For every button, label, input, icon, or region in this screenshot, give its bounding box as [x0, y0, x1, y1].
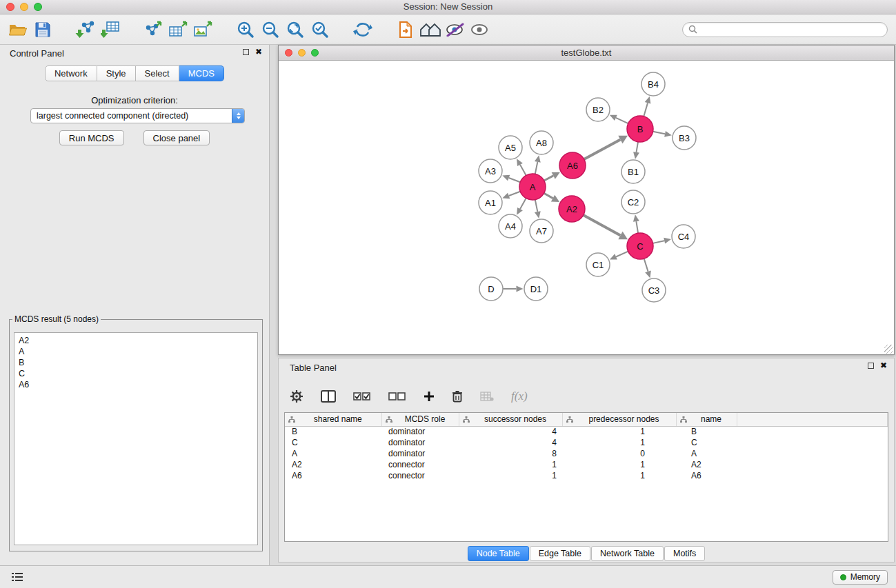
graph-edge-A-A5[interactable] — [520, 165, 526, 176]
graph-edge-A-A6[interactable] — [544, 176, 553, 181]
run-mcds-button[interactable]: Run MCDS — [59, 130, 124, 145]
memory-button[interactable]: Memory — [833, 570, 888, 585]
graph-node-A1[interactable]: A1 — [479, 191, 502, 214]
zoom-window-button[interactable] — [34, 3, 42, 11]
close-window-button[interactable] — [6, 3, 14, 11]
graph-node-A7[interactable]: A7 — [530, 219, 553, 243]
export-image-button[interactable] — [190, 17, 215, 42]
export-table-button[interactable] — [166, 17, 190, 42]
function-builder-button[interactable]: f(x) — [511, 389, 528, 403]
graph-edge-B-B1[interactable] — [637, 142, 638, 152]
zoom-in-button[interactable] — [233, 17, 258, 42]
tab-select[interactable]: Select — [136, 65, 179, 81]
open-session-button[interactable] — [6, 17, 30, 42]
column-header-predecessor-nodes[interactable]: predecessor nodes — [562, 413, 676, 426]
close-panel-icon[interactable]: ✖ — [255, 48, 262, 55]
show-columns-button[interactable] — [321, 390, 336, 403]
search-input[interactable] — [701, 25, 882, 34]
graph-node-D1[interactable]: D1 — [524, 277, 548, 301]
import-table-button[interactable] — [98, 17, 123, 42]
graph-node-A6[interactable]: A6 — [559, 152, 586, 179]
network-minimize-button[interactable] — [298, 49, 306, 57]
deselect-all-rows-button[interactable] — [388, 392, 406, 401]
mcds-result-list[interactable]: A2ABCA6 — [14, 332, 258, 545]
graph-edge-A-A7[interactable] — [535, 200, 538, 212]
apply-style-button[interactable] — [443, 17, 468, 42]
table-row[interactable]: Adominator80A — [285, 448, 888, 459]
resize-grip[interactable] — [884, 345, 893, 354]
float-table-panel-icon[interactable] — [868, 363, 874, 369]
node-table-container[interactable]: shared nameMCDS rolesuccessor nodesprede… — [284, 412, 888, 542]
table-row[interactable]: A6connector11A6 — [285, 470, 888, 481]
graph-node-C4[interactable]: C4 — [672, 225, 695, 248]
column-header-name[interactable]: name — [676, 413, 737, 426]
minimize-window-button[interactable] — [20, 3, 28, 11]
mcds-result-item[interactable]: A — [19, 346, 253, 357]
tab-network-table[interactable]: Network Table — [591, 546, 664, 561]
mcds-result-item[interactable]: A2 — [19, 335, 253, 346]
tab-edge-table[interactable]: Edge Table — [530, 546, 590, 561]
graph-node-A5[interactable]: A5 — [499, 136, 522, 159]
tab-motifs[interactable]: Motifs — [664, 546, 705, 561]
graph-node-A4[interactable]: A4 — [499, 214, 522, 238]
graph-node-A3[interactable]: A3 — [479, 159, 502, 183]
column-header-mcds-role[interactable]: MCDS role — [381, 413, 459, 426]
open-document-button[interactable] — [393, 17, 418, 42]
table-row[interactable]: Cdominator41C — [285, 437, 888, 448]
graph-edge-C-C1[interactable] — [616, 252, 628, 257]
column-header-successor-nodes[interactable]: successor nodes — [459, 413, 562, 426]
network-window-titlebar[interactable]: testGlobe.txt — [279, 45, 894, 61]
export-network-button[interactable] — [141, 17, 166, 42]
graph-edge-C-C2[interactable] — [636, 221, 638, 233]
mcds-result-item[interactable]: C — [19, 368, 253, 379]
delete-column-button[interactable] — [452, 390, 463, 403]
graph-edge-A-A8[interactable] — [535, 162, 538, 174]
tab-mcds[interactable]: MCDS — [179, 65, 224, 81]
save-session-button[interactable] — [30, 17, 55, 42]
graph-node-A8[interactable]: A8 — [530, 131, 553, 154]
import-network-button[interactable] — [73, 17, 98, 42]
graph-edge-B-B2[interactable] — [616, 118, 628, 123]
float-panel-icon[interactable] — [243, 49, 249, 55]
graph-node-B[interactable]: B — [627, 116, 653, 142]
graph-edge-A-A4[interactable] — [520, 199, 526, 210]
graph-edge-C-C3[interactable] — [644, 258, 648, 272]
tab-network[interactable]: Network — [45, 65, 97, 81]
refresh-button[interactable] — [350, 17, 375, 42]
graph-node-B3[interactable]: B3 — [673, 126, 696, 150]
show-panels-button[interactable] — [8, 570, 26, 584]
zoom-selected-button[interactable] — [308, 17, 332, 42]
graph-node-B2[interactable]: B2 — [586, 98, 610, 121]
table-row[interactable]: Bdominator41B — [285, 426, 888, 437]
graph-edge-A-A3[interactable] — [509, 178, 521, 182]
close-table-panel-icon[interactable]: ✖ — [880, 362, 887, 369]
column-header-shared-name[interactable]: shared name — [285, 413, 381, 426]
zoom-fit-button[interactable] — [283, 17, 308, 42]
graph-edge-B-B3[interactable] — [653, 132, 665, 134]
graph-edge-B-B4[interactable] — [644, 103, 648, 116]
search-field[interactable] — [682, 22, 888, 37]
show-hide-button[interactable] — [468, 17, 492, 42]
graph-node-C3[interactable]: C3 — [642, 278, 666, 302]
graph-node-C[interactable]: C — [627, 233, 653, 259]
mcds-result-item[interactable]: B — [19, 357, 253, 368]
network-canvas[interactable]: B4B2BB3A8A5A6A3B1AA1C2A2A4A7C4CC1C3DD1 — [279, 61, 893, 354]
graph-node-C1[interactable]: C1 — [586, 253, 610, 276]
network-zoom-button[interactable] — [311, 49, 319, 57]
tab-style[interactable]: Style — [97, 65, 136, 81]
table-row[interactable]: A2connector11A2 — [285, 459, 888, 470]
graph-edge-A2-C[interactable] — [584, 215, 621, 235]
mcds-result-item[interactable]: A6 — [19, 379, 253, 390]
graph-edge-C-C4[interactable] — [653, 241, 665, 243]
zoom-out-button[interactable] — [258, 17, 283, 42]
graph-node-A[interactable]: A — [519, 174, 546, 200]
tab-node-table[interactable]: Node Table — [468, 546, 529, 561]
graph-node-B1[interactable]: B1 — [621, 160, 645, 183]
graph-edge-A6-B[interactable] — [584, 139, 621, 159]
network-close-button[interactable] — [285, 49, 292, 57]
table-settings-button[interactable] — [290, 389, 303, 403]
graph-node-B4[interactable]: B4 — [641, 72, 665, 96]
close-panel-button[interactable]: Close panel — [143, 130, 210, 145]
graph-node-D[interactable]: D — [479, 277, 503, 301]
graph-node-A2[interactable]: A2 — [559, 196, 585, 222]
